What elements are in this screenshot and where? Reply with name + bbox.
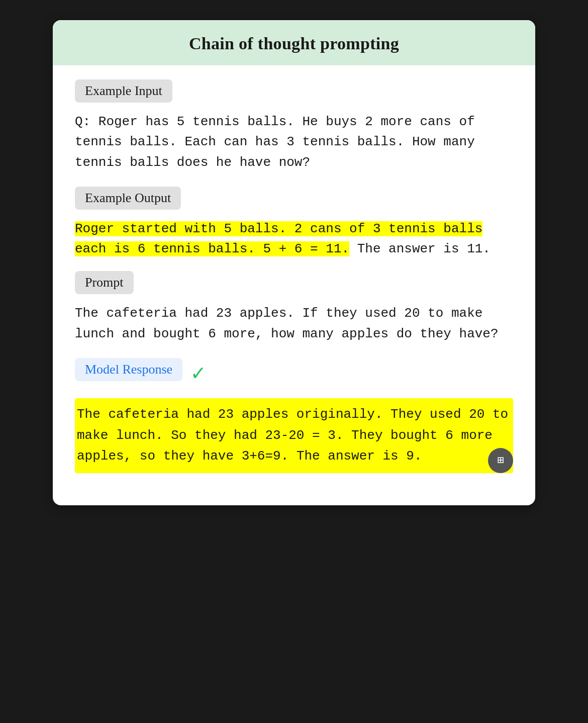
prompt-badge: Prompt — [75, 271, 134, 294]
page-title: Chain of thought prompting — [73, 34, 515, 53]
prompt-section: Prompt The cafeteria had 23 apples. If t… — [75, 271, 513, 344]
example-input-badge: Example Input — [75, 79, 172, 103]
model-response-header-row: Model Response ✓ — [75, 358, 513, 390]
example-output-text: Roger started with 5 balls. 2 cans of 3 … — [75, 219, 513, 259]
card-body: Example Input Q: Roger has 5 tennis ball… — [53, 65, 535, 505]
example-input-section: Example Input Q: Roger has 5 tennis ball… — [75, 79, 513, 172]
example-output-section: Example Output Roger started with 5 ball… — [75, 187, 513, 259]
bottom-icon-symbol: ⊞ — [497, 454, 504, 467]
checkmark-icon: ✓ — [191, 363, 205, 385]
model-response-badge: Model Response — [75, 358, 182, 381]
bottom-icon-button[interactable]: ⊞ — [488, 448, 513, 473]
example-output-plain: The answer is 11. — [349, 241, 491, 256]
prompt-text: The cafeteria had 23 apples. If they use… — [75, 303, 513, 344]
card-header: Chain of thought prompting — [53, 20, 535, 65]
main-card: Chain of thought prompting Example Input… — [53, 20, 535, 505]
model-response-section: Model Response ✓ The cafeteria had 23 ap… — [75, 358, 513, 473]
example-input-text: Q: Roger has 5 tennis balls. He buys 2 m… — [75, 112, 513, 172]
model-response-plain: The answer is 9. — [288, 448, 422, 464]
model-response-text: The cafeteria had 23 apples originally. … — [75, 398, 513, 473]
example-output-badge: Example Output — [75, 187, 181, 210]
